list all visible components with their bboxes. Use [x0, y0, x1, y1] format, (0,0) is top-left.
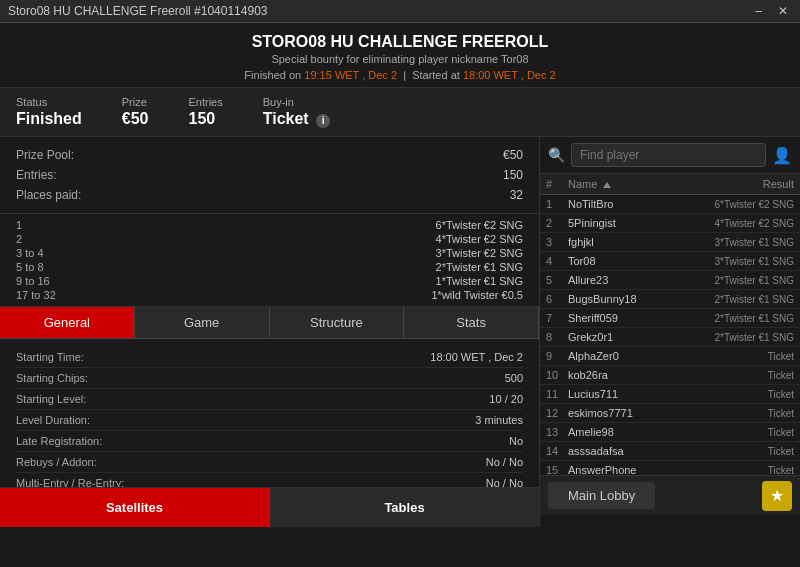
payout-row: 17 to 321*wild Twister €0.5: [16, 288, 523, 302]
player-num: 10: [546, 369, 568, 381]
col-header-name: Name: [568, 178, 704, 190]
satellites-button[interactable]: Satellites: [0, 488, 269, 527]
prize-value: €50: [122, 110, 149, 127]
payout-range: 2: [16, 233, 22, 245]
tab-game[interactable]: Game: [135, 307, 270, 338]
general-info-row: Starting Chips:500: [16, 368, 523, 389]
places-paid-row: Places paid: 32: [16, 185, 523, 205]
bottom-buttons: Satellites Tables: [0, 487, 539, 527]
player-name: AnswerPhone: [568, 464, 704, 475]
player-name: BugsBunny18: [568, 293, 704, 305]
gen-label: Starting Chips:: [16, 372, 88, 384]
player-row[interactable]: 14asssadafsaTicket: [540, 442, 800, 461]
player-row[interactable]: 9AlphaZer0Ticket: [540, 347, 800, 366]
player-row[interactable]: 5Allure232*Twister €1 SNG: [540, 271, 800, 290]
player-row[interactable]: 12eskimos7771Ticket: [540, 404, 800, 423]
player-table-header: # Name Result: [540, 174, 800, 195]
gen-label: Multi-Entry / Re-Entry:: [16, 477, 124, 487]
player-name: AlphaZer0: [568, 350, 704, 362]
player-row[interactable]: 3fghjkl3*Twister €1 SNG: [540, 233, 800, 252]
gen-value: No / No: [486, 477, 523, 487]
payout-row: 9 to 161*Twister €1 SNG: [16, 274, 523, 288]
gen-value: No / No: [486, 456, 523, 468]
general-info-row: Starting Time:18:00 WET , Dec 2: [16, 347, 523, 368]
favorite-button[interactable]: ★: [762, 481, 792, 511]
main-lobby-button[interactable]: Main Lobby: [548, 482, 655, 509]
name-sort-icon[interactable]: [603, 182, 611, 188]
player-result: Ticket: [704, 427, 794, 438]
tab-structure[interactable]: Structure: [270, 307, 405, 338]
gen-value: 3 minutes: [475, 414, 523, 426]
buyin-info-icon[interactable]: i: [316, 114, 330, 128]
tournament-title: STORO08 HU CHALLENGE FREEROLL: [0, 33, 800, 51]
col-header-result: Result: [704, 178, 794, 190]
close-button[interactable]: ✕: [774, 4, 792, 18]
tab-general[interactable]: General: [0, 307, 135, 338]
add-player-icon[interactable]: 👤: [772, 146, 792, 165]
player-row[interactable]: 6BugsBunny182*Twister €1 SNG: [540, 290, 800, 309]
payout-prize: 1*wild Twister €0.5: [431, 289, 523, 301]
gen-label: Starting Level:: [16, 393, 86, 405]
player-row[interactable]: 8Grekz0r12*Twister €1 SNG: [540, 328, 800, 347]
minimize-button[interactable]: –: [751, 4, 766, 18]
payout-range: 9 to 16: [16, 275, 50, 287]
status-bar: Status Finished Prize €50 Entries 150 Bu…: [0, 87, 800, 137]
player-result: Ticket: [704, 351, 794, 362]
player-row[interactable]: 1NoTiltBro6*Twister €2 SNG: [540, 195, 800, 214]
player-result: Ticket: [704, 370, 794, 381]
general-info-row: Rebuys / Addon:No / No: [16, 452, 523, 473]
player-row[interactable]: 4Tor083*Twister €1 SNG: [540, 252, 800, 271]
player-num: 6: [546, 293, 568, 305]
payout-prize: 4*Twister €2 SNG: [436, 233, 523, 245]
gen-value: 10 / 20: [489, 393, 523, 405]
player-result: Ticket: [704, 408, 794, 419]
payout-prize: 6*Twister €2 SNG: [436, 219, 523, 231]
player-row[interactable]: 11Lucius711Ticket: [540, 385, 800, 404]
find-player-input[interactable]: [571, 143, 766, 167]
player-num: 7: [546, 312, 568, 324]
player-num: 2: [546, 217, 568, 229]
payout-range: 17 to 32: [16, 289, 56, 301]
gen-label: Rebuys / Addon:: [16, 456, 97, 468]
general-info-row: Level Duration:3 minutes: [16, 410, 523, 431]
gen-label: Late Registration:: [16, 435, 102, 447]
player-result: 3*Twister €1 SNG: [704, 237, 794, 248]
player-name: asssadafsa: [568, 445, 704, 457]
status-item-prize: Prize €50: [122, 96, 149, 128]
prize-label: Prize: [122, 96, 149, 108]
general-tab: Starting Time:18:00 WET , Dec 2Starting …: [0, 339, 539, 487]
buyin-label: Buy-in: [263, 96, 330, 108]
player-result: 2*Twister €1 SNG: [704, 275, 794, 286]
player-name: Grekz0r1: [568, 331, 704, 343]
player-row[interactable]: 13Amelie98Ticket: [540, 423, 800, 442]
prize-pool-value: €50: [503, 148, 523, 162]
payout-row: 5 to 82*Twister €1 SNG: [16, 260, 523, 274]
payout-prize: 3*Twister €2 SNG: [436, 247, 523, 259]
player-name: fghjkl: [568, 236, 704, 248]
player-name: Lucius711: [568, 388, 704, 400]
tab-stats[interactable]: Stats: [404, 307, 539, 338]
player-num: 15: [546, 464, 568, 475]
player-result: 2*Twister €1 SNG: [704, 313, 794, 324]
player-row[interactable]: 10kob26raTicket: [540, 366, 800, 385]
entries-label: Entries: [188, 96, 222, 108]
player-row[interactable]: 15AnswerPhoneTicket: [540, 461, 800, 475]
player-num: 8: [546, 331, 568, 343]
player-name: NoTiltBro: [568, 198, 704, 210]
player-result: 6*Twister €2 SNG: [704, 199, 794, 210]
entries-label2: Entries:: [16, 168, 57, 182]
status-item-status: Status Finished: [16, 96, 82, 128]
tables-button[interactable]: Tables: [269, 488, 539, 527]
player-row[interactable]: 7Sheriff0592*Twister €1 SNG: [540, 309, 800, 328]
gen-value: 18:00 WET , Dec 2: [430, 351, 523, 363]
tournament-header: STORO08 HU CHALLENGE FREEROLL Special bo…: [0, 23, 800, 87]
right-bottom: Main Lobby ★: [540, 475, 800, 515]
player-num: 5: [546, 274, 568, 286]
player-result: Ticket: [704, 389, 794, 400]
player-result: 4*Twister €2 SNG: [704, 218, 794, 229]
gen-value: 500: [505, 372, 523, 384]
player-row[interactable]: 25Piningist4*Twister €2 SNG: [540, 214, 800, 233]
tournament-subtitle: Special bounty for eliminating player ni…: [0, 53, 800, 65]
started-time: 18:00 WET , Dec 2: [463, 69, 556, 81]
search-row: 🔍 👤: [540, 137, 800, 174]
